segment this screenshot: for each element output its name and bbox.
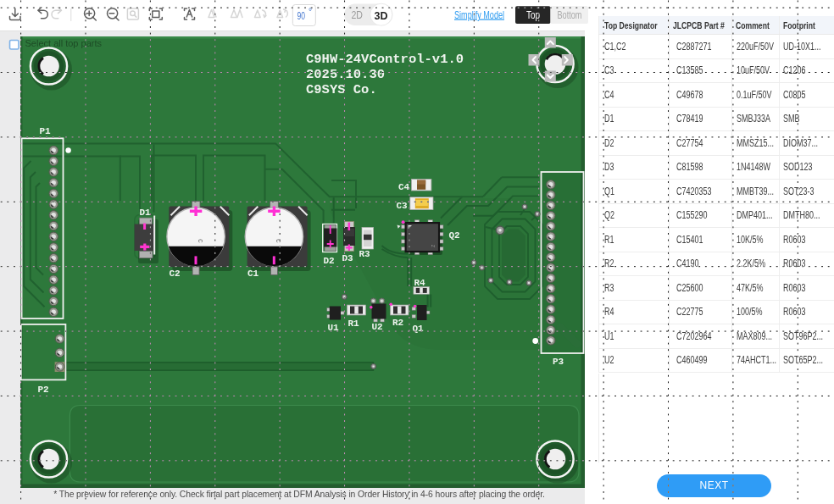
svg-text:C1: C1 <box>247 269 259 279</box>
svg-text:C2: C2 <box>170 269 181 279</box>
svg-text:Top: Top <box>526 9 540 21</box>
svg-text:Simplify Model: Simplify Model <box>454 9 504 21</box>
svg-text:D2: D2 <box>324 256 335 266</box>
svg-text:C4: C4 <box>398 182 410 192</box>
svg-text:C: C <box>197 239 204 243</box>
svg-text:90: 90 <box>297 9 306 22</box>
svg-text:U2: U2 <box>372 322 383 332</box>
svg-text:Select all top parts: Select all top parts <box>25 38 103 48</box>
svg-text:D1: D1 <box>140 208 152 218</box>
svg-text:D3: D3 <box>342 253 354 263</box>
svg-text:2025.10.30: 2025.10.30 <box>306 67 385 82</box>
svg-text:°: ° <box>309 7 312 16</box>
svg-text:P2: P2 <box>38 385 49 395</box>
svg-text:Q1: Q1 <box>413 324 425 334</box>
svg-text:3D: 3D <box>375 9 388 22</box>
svg-text:U1: U1 <box>328 323 340 333</box>
svg-text:2D: 2D <box>352 8 364 21</box>
svg-text:R2: R2 <box>392 318 403 328</box>
svg-text:C9SYS Co.: C9SYS Co. <box>306 82 377 97</box>
svg-text:R4: R4 <box>414 278 426 288</box>
svg-text:R1: R1 <box>348 318 360 329</box>
svg-text:C: C <box>275 239 282 243</box>
svg-text:C3: C3 <box>397 201 409 211</box>
svg-text:R3: R3 <box>359 249 371 259</box>
svg-text:P1: P1 <box>40 126 52 136</box>
svg-text:C9HW-24VControl-v1.0: C9HW-24VControl-v1.0 <box>306 52 464 67</box>
svg-text:Q2: Q2 <box>449 230 460 241</box>
svg-text:P3: P3 <box>553 357 564 367</box>
svg-text:Bottom: Bottom <box>558 9 582 21</box>
